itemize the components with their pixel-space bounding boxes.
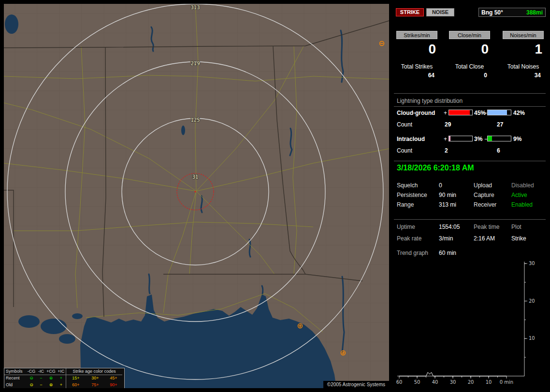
pos-ic-old-icon: +	[57, 382, 66, 388]
cloud-ground-label: Cloud-ground	[397, 110, 435, 116]
copyright-notice: ©2005 Astrogenic Systems	[323, 381, 389, 388]
intracloud-count-row: Count 2 6	[394, 147, 547, 155]
ic-plus-fill	[449, 136, 450, 141]
noises-per-min-value: 1	[503, 42, 544, 57]
divider	[394, 219, 546, 220]
stormvue-lightning-app: 313 219 125 31 Symbols -CG -IC +CG +IC S…	[0, 0, 550, 392]
svg-text:0 min: 0 min	[500, 379, 513, 385]
cloud-ground-row: Cloud-ground + 45% − 42%	[394, 110, 547, 117]
ic-plus-bar	[449, 136, 473, 141]
svg-text:30: 30	[529, 261, 535, 266]
ic-plus-pct: 3%	[474, 136, 482, 142]
squelch-value: 0	[439, 182, 442, 189]
divider	[394, 161, 546, 161]
uptime-value: 1554:05	[439, 224, 460, 230]
cg-plus-count: 29	[445, 121, 451, 128]
upload-status: Disabled	[511, 182, 534, 189]
cg-plus-bar	[449, 110, 473, 115]
intracloud-label: Intracloud	[397, 136, 425, 142]
capture-label: Capture	[474, 192, 494, 198]
strike-mode-button[interactable]: STRIKE	[396, 8, 424, 16]
noises-per-min-button[interactable]: Noises/min	[503, 31, 544, 39]
range-value: 313 mi	[439, 201, 456, 208]
sensor-location-dot	[194, 191, 196, 193]
plus-sign: +	[444, 136, 447, 142]
bearing-range-display: Bng 50° 388mi	[478, 8, 546, 17]
total-strikes-label: Total Strikes	[396, 63, 437, 70]
count-label: Count	[397, 147, 412, 154]
total-noises-label: Total Noises	[503, 63, 544, 70]
cloud-ground-count-row: Count 29 27	[394, 121, 547, 129]
ring-label-313: 313	[190, 5, 200, 10]
total-close-value: 0	[449, 72, 490, 79]
cg-minus-pct: 42%	[513, 110, 525, 116]
count-label: Count	[397, 121, 412, 128]
stats-row-2: Peak rate 3/min 2:16 AM Strike	[394, 235, 547, 243]
status-row-persistence: Persistence 90 min Capture Active	[394, 192, 547, 199]
persistence-label: Persistence	[397, 192, 427, 198]
ic-minus-fill	[488, 136, 492, 141]
legend-age-header: Strike age color codes	[66, 368, 122, 375]
neg-ic-recent-icon: −	[37, 375, 45, 382]
trend-graph: 3020106050403020100 min	[394, 258, 547, 388]
legend-col-neg-ic: -IC	[37, 368, 45, 375]
age-60: 60+	[66, 382, 86, 388]
total-noises-value: 34	[503, 72, 544, 79]
svg-text:20: 20	[529, 298, 535, 304]
age-75: 75+	[86, 382, 105, 388]
peak-time-value: 2:16 AM	[474, 235, 495, 242]
receiver-status: Enabled	[511, 201, 533, 208]
strikes-per-min-value: 0	[396, 42, 437, 57]
ic-minus-pct: 9%	[513, 136, 521, 142]
close-per-min-value: 0	[449, 42, 490, 57]
bearing-label: Bng 50°	[481, 9, 503, 16]
svg-text:60: 60	[396, 379, 403, 385]
noise-mode-button[interactable]: NOISE	[426, 8, 454, 16]
neg-ic-old-icon: −	[37, 382, 45, 388]
ring-label-219: 219	[190, 61, 200, 66]
uptime-label: Uptime	[397, 224, 415, 230]
cg-plus-fill	[449, 110, 470, 115]
divider	[394, 106, 546, 107]
bearing-range-value: 388mi	[526, 9, 543, 16]
legend-row-old-label: Old	[4, 382, 26, 388]
lightning-map[interactable]: 313 219 125 31 Symbols -CG -IC +CG +IC S…	[4, 4, 389, 388]
status-row-range: Range 313 mi Receiver Enabled	[394, 201, 547, 209]
pos-cg-old-icon: ⊕	[45, 382, 57, 388]
strikes-per-min-button[interactable]: Strikes/min	[396, 31, 437, 39]
receiver-label: Receiver	[474, 201, 496, 208]
total-close-label: Total Close	[449, 63, 490, 70]
trend-graph-label: Trend graph	[397, 250, 428, 256]
plus-sign: +	[444, 110, 447, 116]
peak-time-label: Peak time	[474, 224, 499, 230]
ring-label-31: 31	[192, 174, 199, 180]
svg-text:50: 50	[414, 379, 420, 385]
legend-col-pos-cg: +CG	[45, 368, 57, 375]
side-panel: STRIKE NOISE Bng 50° 388mi Strikes/min C…	[394, 4, 547, 388]
capture-status: Active	[511, 192, 527, 198]
age-15: 15+	[66, 375, 86, 382]
close-per-min-button[interactable]: Close/min	[449, 31, 490, 39]
legend-col-neg-cg: -CG	[26, 368, 37, 375]
svg-text:10: 10	[486, 379, 492, 385]
age-45: 45+	[105, 375, 122, 382]
upload-label: Upload	[474, 182, 492, 189]
plot-value: Strike	[511, 235, 526, 242]
peak-rate-value: 3/min	[439, 235, 453, 242]
svg-text:40: 40	[432, 379, 438, 385]
svg-text:20: 20	[468, 379, 474, 385]
svg-text:10: 10	[529, 336, 535, 341]
age-30: 30+	[86, 375, 105, 382]
svg-text:30: 30	[450, 379, 456, 385]
legend-col-pos-ic: +IC	[57, 368, 66, 375]
divider	[394, 93, 546, 94]
ic-plus-count: 2	[445, 147, 448, 154]
neg-cg-old-icon: ⊖	[26, 382, 37, 388]
plot-label: Plot	[511, 224, 521, 230]
ic-minus-count: 6	[497, 147, 500, 154]
ic-minus-bar	[487, 136, 511, 141]
peak-rate-label: Peak rate	[397, 235, 421, 242]
legend-symbols-header: Symbols	[4, 368, 26, 375]
cg-minus-fill	[488, 110, 507, 115]
map-canvas[interactable]: 313 219 125 31	[4, 4, 389, 388]
